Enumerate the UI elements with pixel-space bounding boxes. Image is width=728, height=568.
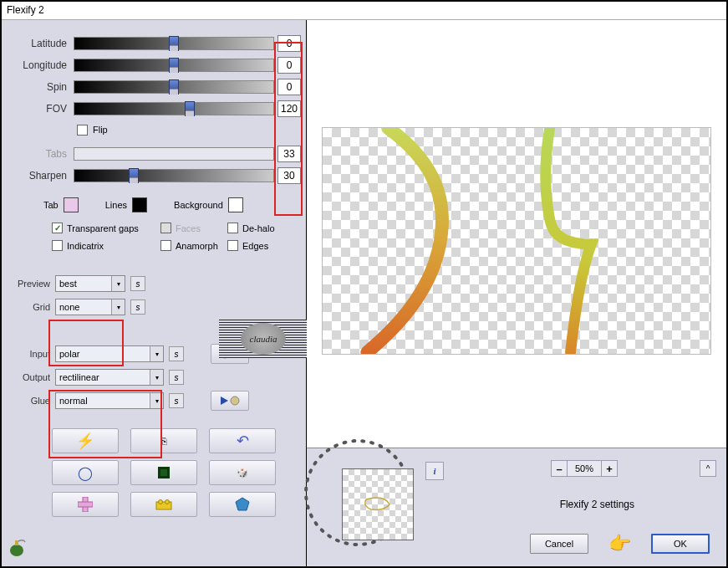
undo-button[interactable]: ↶	[209, 428, 276, 453]
grid-combo[interactable]: none▾	[55, 299, 125, 315]
anamorph-checkbox[interactable]	[160, 240, 171, 251]
info-button[interactable]: i	[425, 462, 444, 480]
sharpen-value[interactable]: 30	[277, 167, 301, 184]
spin-slider[interactable]	[74, 80, 274, 94]
gem-icon	[235, 497, 250, 512]
donut-icon: ◯	[78, 465, 93, 481]
input-swap-button[interactable]: s	[169, 346, 184, 361]
fov-label: FOV	[2, 103, 74, 115]
transparent-gaps-label: Transparent gaps	[67, 223, 139, 233]
tabs-value[interactable]: 33	[277, 146, 301, 162]
sharpen-label: Sharpen	[2, 170, 74, 182]
donut-button[interactable]: ◯	[52, 460, 119, 485]
glue-combo[interactable]: normal▾	[55, 392, 164, 409]
grenade-icon[interactable]	[7, 537, 27, 561]
faces-label: Faces	[176, 223, 201, 233]
lines-color-label: Lines	[105, 200, 127, 210]
window-title: Flexify 2	[2, 2, 726, 20]
spin-value[interactable]: 0	[277, 79, 301, 95]
dehalo-label: De-halo	[242, 223, 275, 233]
fov-value[interactable]: 120	[277, 100, 301, 117]
grid-swap-button[interactable]: s	[130, 299, 145, 315]
preview-panel: i – 50% + ^ Flexify 2 settings Cancel 👉 …	[307, 20, 726, 566]
controls-panel: Latitude 0 Longitude 0 Spin 0 FOV 120	[2, 20, 307, 566]
gem-button[interactable]	[209, 492, 276, 517]
svg-rect-11	[15, 540, 18, 545]
svg-point-3	[231, 397, 239, 405]
output-combo[interactable]: rectilinear▾	[55, 369, 164, 386]
zoom-out-button[interactable]: –	[551, 460, 568, 477]
tabs-label: Tabs	[2, 148, 74, 160]
svg-marker-9	[236, 498, 249, 510]
edges-checkbox[interactable]	[227, 240, 238, 251]
output-swap-button[interactable]: s	[169, 370, 184, 385]
plus-shape-button[interactable]	[52, 492, 119, 517]
faces-checkbox	[160, 223, 171, 233]
bottom-bar: i – 50% + ^ Flexify 2 settings Cancel 👉 …	[307, 448, 726, 566]
dice-button[interactable]: 🎲	[209, 460, 276, 485]
fov-slider[interactable]	[74, 102, 274, 115]
main-preview[interactable]	[322, 127, 711, 355]
flexify-window: Flexify 2 Latitude 0 Longitude 0 Spin 0	[0, 0, 728, 568]
ok-button[interactable]: OK	[651, 534, 710, 554]
indicatrix-checkbox[interactable]	[52, 240, 63, 251]
chevron-down-icon[interactable]: ▾	[150, 370, 163, 385]
logo-text: claudia	[241, 323, 286, 355]
play-next-button[interactable]	[211, 391, 249, 411]
tab-color-swatch[interactable]	[64, 197, 79, 212]
grid-label: Grid	[17, 302, 50, 312]
copy-icon: ⎘	[161, 436, 167, 446]
input-combo[interactable]: polar▾	[55, 345, 164, 362]
input-label: Input	[17, 349, 50, 359]
preview-combo[interactable]: best▾	[55, 275, 125, 292]
plus-shape-icon	[78, 497, 93, 512]
edges-label: Edges	[242, 241, 268, 251]
hand-point-icon: 👉	[608, 533, 631, 555]
settings-label: Flexify 2 settings	[560, 499, 634, 510]
thumbnail-preview[interactable]	[342, 468, 414, 540]
svg-rect-5	[78, 502, 93, 507]
lightning-icon: ⚡	[76, 432, 94, 450]
longitude-label: Longitude	[2, 59, 74, 71]
chevron-down-icon[interactable]: ▾	[111, 276, 125, 291]
preview-label: Preview	[17, 279, 50, 289]
square-button[interactable]	[130, 460, 197, 485]
watermark-logo: claudia	[219, 320, 308, 358]
chevron-down-icon[interactable]: ▾	[111, 299, 125, 315]
expand-button[interactable]: ^	[700, 460, 716, 477]
thumbnail-image	[343, 469, 415, 541]
bg-color-swatch[interactable]	[228, 197, 243, 212]
output-label: Output	[17, 372, 50, 382]
preview-swap-button[interactable]: s	[130, 276, 145, 291]
latitude-value[interactable]: 0	[277, 35, 301, 52]
svg-point-7	[159, 500, 163, 504]
undo-icon: ↶	[237, 432, 249, 450]
glue-swap-button[interactable]: s	[169, 393, 184, 408]
play-next-icon	[219, 395, 241, 407]
svg-point-10	[10, 545, 23, 556]
svg-marker-2	[221, 397, 228, 405]
flip-checkbox[interactable]	[77, 125, 88, 136]
lightning-button[interactable]: ⚡	[52, 428, 119, 453]
tabs-slider	[74, 147, 274, 161]
brick-button[interactable]	[130, 492, 197, 517]
copy-button[interactable]: ⎘	[130, 428, 197, 453]
transparent-gaps-checkbox[interactable]	[52, 223, 63, 233]
chevron-down-icon[interactable]: ▾	[150, 393, 163, 408]
zoom-value[interactable]: 50%	[568, 460, 601, 477]
preview-image	[323, 128, 710, 354]
cancel-button[interactable]: Cancel	[530, 534, 588, 554]
sharpen-slider[interactable]	[74, 169, 274, 182]
bg-color-label: Background	[174, 200, 223, 210]
latitude-label: Latitude	[2, 38, 74, 49]
spin-label: Spin	[2, 81, 74, 93]
dehalo-checkbox[interactable]	[227, 223, 238, 233]
longitude-slider[interactable]	[74, 59, 274, 72]
longitude-value[interactable]: 0	[277, 57, 301, 74]
latitude-slider[interactable]	[74, 37, 274, 50]
lines-color-swatch[interactable]	[132, 197, 147, 212]
zoom-in-button[interactable]: +	[601, 460, 618, 477]
svg-point-8	[165, 500, 170, 504]
indicatrix-label: Indicatrix	[67, 241, 104, 251]
chevron-down-icon[interactable]: ▾	[150, 346, 163, 361]
